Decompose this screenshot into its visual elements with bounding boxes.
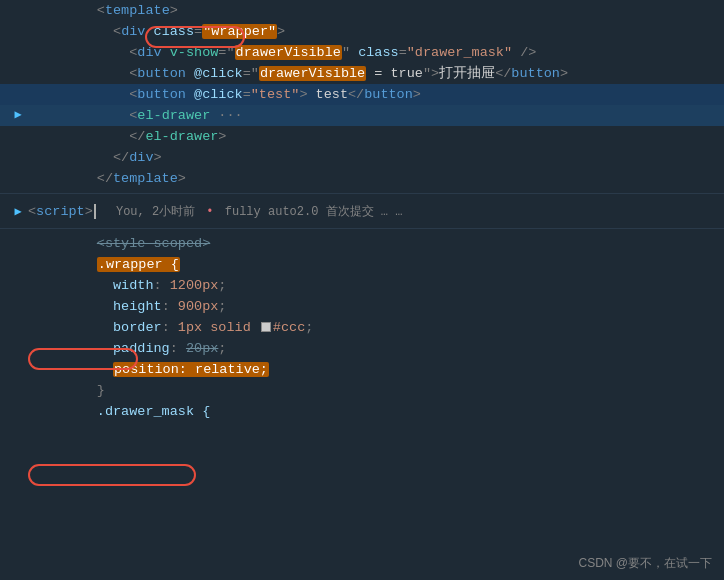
color-swatch-ccc [261, 322, 271, 332]
style-line-9: .drawer_mask { [0, 401, 724, 422]
chinese-text-4: 打开抽屉 [439, 66, 495, 81]
val-ccc: #ccc [273, 320, 305, 335]
space-s5 [251, 320, 259, 335]
code-line-9: </template> [0, 168, 724, 189]
close-button-4: </ [495, 66, 511, 81]
space-test: test [307, 87, 348, 102]
punct-4b: > [431, 66, 439, 81]
gutter-6: ▶ [8, 105, 28, 126]
eq-5: = [243, 87, 251, 102]
line-content-9: </template> [28, 147, 186, 210]
close-template: </ [97, 171, 113, 186]
tag-button-close-5: button [364, 87, 413, 102]
style-content-9: .drawer_mask { [28, 380, 210, 443]
style-section: <style scoped> .wrapper { width: 1200px;… [0, 233, 724, 422]
prop-position-highlighted: position: relative; [113, 362, 269, 377]
semi-s5: ; [305, 320, 313, 335]
punct-5c: > [413, 87, 421, 102]
template-section: <template> <div class="wrapper"> <div v-… [0, 0, 724, 189]
meta-commit: fully auto2.0 首次提交 … … [225, 205, 403, 219]
tag-template-close: template [113, 171, 178, 186]
tag-button-close-4: button [511, 66, 560, 81]
style-line-7: position: relative; [0, 359, 724, 380]
punct-4c: > [560, 66, 568, 81]
attr-val-test: "test" [251, 87, 300, 102]
punct-7: > [218, 129, 226, 144]
code-editor: <template> <div class="wrapper"> <div v-… [0, 0, 724, 580]
punct-9: > [178, 171, 186, 186]
close-button-5: </ [348, 87, 364, 102]
watermark: CSDN @要不，在试一下 [578, 555, 712, 572]
selector-drawer-mask: .drawer_mask { [97, 404, 210, 419]
script-gutter: ▶ [8, 204, 28, 219]
circle-position-relative [28, 464, 196, 486]
quot-4b: " [423, 66, 431, 81]
